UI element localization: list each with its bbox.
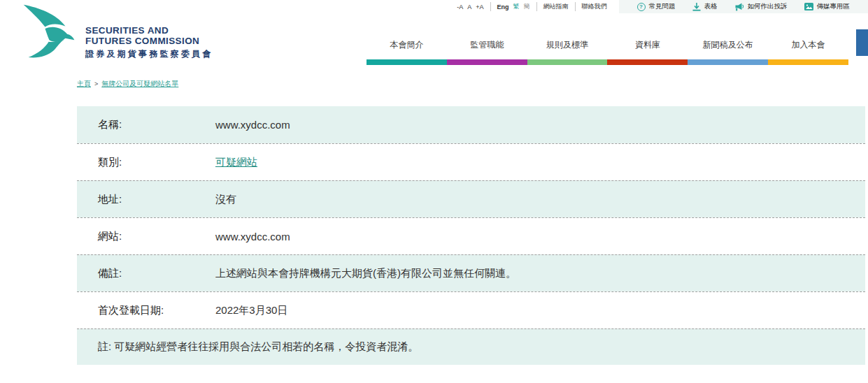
table-row-name: 名稱: www.xydcc.com — [77, 106, 865, 143]
breadcrumb: 主頁 > 無牌公司及可疑網站名單 — [77, 79, 178, 89]
logo-line3: 證券及期貨事務監察委員會 — [85, 48, 213, 60]
lang-english[interactable]: Eng — [497, 3, 509, 10]
sfc-logo[interactable]: SECURITIES AND FUTURES COMMISSION 證券及期貨事… — [21, 4, 213, 64]
language-switcher: Eng 繁 簡 — [490, 2, 536, 11]
media-image-icon — [804, 3, 813, 10]
font-size-controls: -A A +A — [450, 3, 490, 10]
breadcrumb-current-link[interactable]: 無牌公司及可疑網站名單 — [101, 79, 178, 89]
table-row-category: 類別: 可疑網站 — [77, 143, 865, 180]
faq-button[interactable]: 常見問題 — [629, 2, 684, 11]
lang-traditional-chinese[interactable]: 繁 — [513, 2, 520, 11]
row-label: 網站: — [77, 230, 215, 243]
nav-join[interactable]: 加入本會 — [768, 35, 848, 55]
question-circle-icon — [637, 3, 646, 11]
utility-links: -A A +A Eng 繁 簡 網站指南 聯絡我們 — [450, 0, 618, 13]
quick-links-panel: 常見問題 表格 如何作出投訴 傳媒專用區 — [619, 0, 868, 13]
nav-about[interactable]: 本會簡介 — [367, 35, 447, 55]
search-button[interactable] — [856, 29, 868, 56]
table-row-website: 網站: www.xydcc.com — [77, 217, 865, 254]
logo-text: SECURITIES AND FUTURES COMMISSION 證券及期貨事… — [85, 25, 213, 64]
row-value: www.xydcc.com — [215, 231, 290, 243]
row-label: 名稱: — [77, 118, 215, 131]
color-seg-teal — [367, 59, 447, 65]
main-nav: 本會簡介 監管職能 規則及標準 資料庫 新聞稿及公布 加入本會 — [367, 35, 848, 55]
nav-rules[interactable]: 規則及標準 — [527, 35, 608, 55]
font-larger-button[interactable]: +A — [476, 3, 483, 10]
alert-detail-table: 名稱: www.xydcc.com 類別: 可疑網站 地址: 沒有 網站: ww… — [77, 106, 865, 365]
nav-color-bar — [367, 59, 848, 65]
color-seg-yellow — [768, 59, 848, 65]
forms-label: 表格 — [704, 2, 718, 11]
sitemap-group: 網站指南 — [536, 2, 575, 11]
footnote: 註: 可疑網站經營者往往採用與合法公司相若的名稱，令投資者混淆。 — [77, 328, 865, 365]
row-label: 類別: — [77, 156, 215, 169]
contact-group: 聯絡我們 — [575, 2, 613, 11]
row-value: 沒有 — [215, 193, 236, 206]
table-row-first-posted: 首次登載日期: 2022年3月30日 — [77, 291, 865, 328]
color-seg-magenta — [447, 59, 527, 65]
media-label: 傳媒專用區 — [817, 2, 851, 11]
download-icon — [692, 3, 701, 11]
color-seg-blue — [688, 59, 768, 65]
row-label: 備註: — [77, 267, 215, 280]
font-normal-button[interactable]: A — [467, 3, 471, 10]
logo-line2: FUTURES COMMISSION — [85, 36, 213, 46]
row-value: 上述網站與本會持牌機構元大期貨(香港)有限公司並無任何關連。 — [215, 267, 516, 280]
page: -A A +A Eng 繁 簡 網站指南 聯絡我們 常見問題 — [0, 0, 868, 383]
complaint-label: 如何作出投訴 — [748, 2, 788, 11]
faq-label: 常見問題 — [649, 2, 676, 11]
contact-us-link[interactable]: 聯絡我們 — [582, 2, 607, 11]
logo-line1: SECURITIES AND — [85, 25, 213, 36]
eagle-logo-icon — [21, 4, 81, 64]
row-label: 地址: — [77, 193, 215, 206]
nav-news[interactable]: 新聞稿及公布 — [688, 35, 768, 55]
nav-regulatory[interactable]: 監管職能 — [447, 35, 527, 55]
forms-button[interactable]: 表格 — [684, 2, 726, 11]
suspicious-website-link[interactable]: 可疑網站 — [215, 156, 257, 169]
row-label: 首次登載日期: — [77, 304, 215, 317]
table-row-remarks: 備註: 上述網站與本會持牌機構元大期貨(香港)有限公司並無任何關連。 — [77, 254, 865, 291]
sitemap-link[interactable]: 網站指南 — [543, 2, 569, 11]
table-row-address: 地址: 沒有 — [77, 180, 865, 217]
nav-resources[interactable]: 資料庫 — [607, 35, 688, 55]
complaint-button[interactable]: 如何作出投訴 — [726, 2, 796, 11]
media-button[interactable]: 傳媒專用區 — [796, 2, 859, 11]
color-seg-green — [527, 59, 608, 65]
row-value: 2022年3月30日 — [215, 304, 287, 317]
megaphone-icon — [734, 3, 744, 11]
breadcrumb-home-link[interactable]: 主頁 — [77, 79, 91, 89]
font-smaller-button[interactable]: -A — [457, 3, 463, 10]
color-seg-red — [607, 59, 688, 65]
utility-bar: -A A +A Eng 繁 簡 網站指南 聯絡我們 常見問題 — [450, 0, 868, 13]
breadcrumb-separator: > — [94, 80, 98, 87]
row-value: www.xydcc.com — [215, 119, 290, 131]
lang-simplified-chinese[interactable]: 簡 — [524, 2, 530, 11]
